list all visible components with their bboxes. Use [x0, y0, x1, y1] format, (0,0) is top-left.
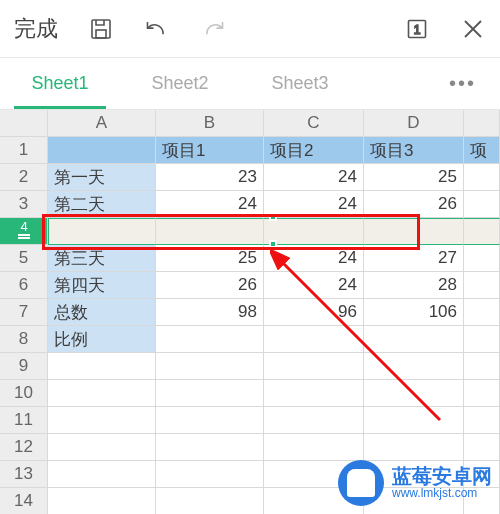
redo-icon[interactable]: [200, 16, 226, 42]
cell[interactable]: 25: [364, 164, 464, 191]
row-header[interactable]: 6: [0, 272, 48, 299]
cell[interactable]: [464, 380, 500, 407]
cell[interactable]: [364, 407, 464, 434]
cell[interactable]: [156, 434, 264, 461]
row-header[interactable]: 3: [0, 191, 48, 218]
cell[interactable]: 28: [364, 272, 464, 299]
cell[interactable]: [156, 488, 264, 514]
selection-handle-icon[interactable]: [269, 213, 277, 221]
cell[interactable]: 26: [364, 191, 464, 218]
cell[interactable]: [264, 326, 364, 353]
col-header-B[interactable]: B: [156, 110, 264, 137]
cell[interactable]: 96: [264, 299, 364, 326]
cell[interactable]: [364, 218, 464, 245]
cell[interactable]: [364, 353, 464, 380]
tabs-more-icon[interactable]: •••: [360, 58, 500, 109]
done-button[interactable]: 完成: [14, 14, 58, 44]
cell[interactable]: 第二天: [48, 191, 156, 218]
row-header[interactable]: 9: [0, 353, 48, 380]
row-header-selected[interactable]: 4: [0, 218, 48, 245]
cell[interactable]: [264, 353, 364, 380]
cell[interactable]: [48, 407, 156, 434]
cell[interactable]: [464, 353, 500, 380]
cell[interactable]: 24: [156, 191, 264, 218]
cell[interactable]: [264, 380, 364, 407]
cell[interactable]: 项目1: [156, 137, 264, 164]
cell[interactable]: [364, 380, 464, 407]
tab-sheet1[interactable]: Sheet1: [0, 58, 120, 109]
cell[interactable]: 26: [156, 272, 264, 299]
tab-sheet3[interactable]: Sheet3: [240, 58, 360, 109]
row-header[interactable]: 14: [0, 488, 48, 514]
tab-sheet2[interactable]: Sheet2: [120, 58, 240, 109]
cell[interactable]: 第四天: [48, 272, 156, 299]
cell[interactable]: [464, 191, 500, 218]
cell[interactable]: 24: [264, 191, 364, 218]
cell[interactable]: 24: [264, 245, 364, 272]
svg-text:1: 1: [414, 23, 421, 37]
cell[interactable]: [464, 218, 500, 245]
cell[interactable]: 23: [156, 164, 264, 191]
row-header[interactable]: 5: [0, 245, 48, 272]
cell[interactable]: 比例: [48, 326, 156, 353]
row-header[interactable]: 10: [0, 380, 48, 407]
cell[interactable]: [464, 164, 500, 191]
cell[interactable]: [364, 326, 464, 353]
cell[interactable]: [464, 299, 500, 326]
col-header-A[interactable]: A: [48, 110, 156, 137]
select-all-corner[interactable]: [0, 110, 48, 137]
row-header[interactable]: 12: [0, 434, 48, 461]
cell[interactable]: [156, 380, 264, 407]
cell[interactable]: [48, 353, 156, 380]
row-header[interactable]: 13: [0, 461, 48, 488]
watermark-logo-icon: [338, 460, 384, 506]
cell[interactable]: 106: [364, 299, 464, 326]
cell[interactable]: 98: [156, 299, 264, 326]
close-icon[interactable]: [460, 16, 486, 42]
row-header[interactable]: 2: [0, 164, 48, 191]
cell[interactable]: [156, 353, 264, 380]
row-header[interactable]: 1: [0, 137, 48, 164]
cell[interactable]: [264, 218, 364, 245]
row-header[interactable]: 11: [0, 407, 48, 434]
cell[interactable]: [464, 245, 500, 272]
cell[interactable]: 项目3: [364, 137, 464, 164]
cell[interactable]: [464, 326, 500, 353]
cell[interactable]: [48, 218, 156, 245]
cell[interactable]: 总数: [48, 299, 156, 326]
cell[interactable]: [264, 434, 364, 461]
cell[interactable]: [48, 488, 156, 514]
cell[interactable]: [156, 407, 264, 434]
spreadsheet[interactable]: A B C D 1 项目1 项目2 项目3 项 2 第一天 23 24 25 3…: [0, 110, 500, 514]
cell[interactable]: 项: [464, 137, 500, 164]
cell[interactable]: 24: [264, 164, 364, 191]
cell[interactable]: [264, 407, 364, 434]
col-header-E[interactable]: [464, 110, 500, 137]
cell[interactable]: [464, 434, 500, 461]
sheet-count-icon[interactable]: 1: [404, 16, 430, 42]
col-header-D[interactable]: D: [364, 110, 464, 137]
cell[interactable]: 第三天: [48, 245, 156, 272]
cell[interactable]: [48, 461, 156, 488]
save-icon[interactable]: [88, 16, 114, 42]
cell[interactable]: 第一天: [48, 164, 156, 191]
cell[interactable]: 24: [264, 272, 364, 299]
row-header[interactable]: 7: [0, 299, 48, 326]
selection-handle-icon[interactable]: [269, 240, 277, 248]
row-header[interactable]: 8: [0, 326, 48, 353]
cell[interactable]: [156, 461, 264, 488]
col-header-C[interactable]: C: [264, 110, 364, 137]
cell[interactable]: [48, 434, 156, 461]
cell[interactable]: 项目2: [264, 137, 364, 164]
cell[interactable]: [156, 218, 264, 245]
undo-icon[interactable]: [144, 16, 170, 42]
cell[interactable]: [364, 434, 464, 461]
cell[interactable]: 27: [364, 245, 464, 272]
svg-rect-1: [96, 30, 106, 38]
cell[interactable]: [464, 407, 500, 434]
cell[interactable]: [464, 272, 500, 299]
cell[interactable]: [48, 380, 156, 407]
cell[interactable]: 25: [156, 245, 264, 272]
cell[interactable]: [156, 326, 264, 353]
cell[interactable]: [48, 137, 156, 164]
